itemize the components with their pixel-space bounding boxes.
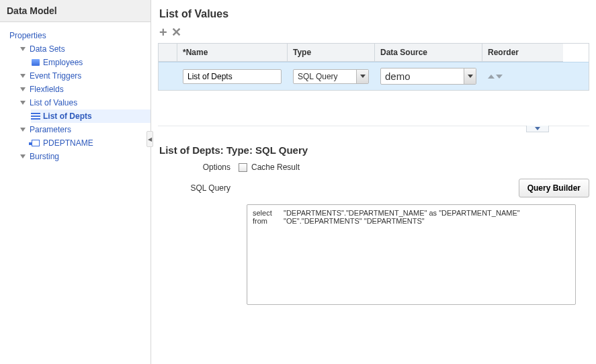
options-label: Options: [158, 163, 239, 172]
td-reorder: [482, 62, 563, 90]
cache-result-label: Cache Result: [251, 163, 300, 172]
main-panel: List of Values + ✕ *Name Type Data Sourc…: [151, 0, 596, 364]
event-triggers-link[interactable]: Event Triggers: [30, 71, 81, 81]
td-type: SQL Query: [288, 62, 375, 90]
parameters-link[interactable]: Parameters: [30, 125, 71, 134]
bursting-link[interactable]: Bursting: [30, 152, 59, 161]
tree-item-data-sets[interactable]: Data Sets: [20, 42, 151, 56]
reorder-down-icon[interactable]: [496, 75, 503, 79]
sql-query-row: SQL Query Query Builder: [158, 179, 589, 197]
caret-down-icon[interactable]: [20, 101, 26, 105]
tree-item-bursting[interactable]: Bursting: [20, 150, 151, 163]
th-name: *Name: [177, 44, 288, 62]
query-builder-button[interactable]: Query Builder: [519, 179, 589, 197]
tree-item-list-of-values[interactable]: List of Values: [20, 96, 151, 109]
tree-item-list-of-depts[interactable]: List of Depts: [31, 109, 151, 123]
caret-down-icon[interactable]: [20, 154, 26, 158]
tree-item-pdeptname[interactable]: PDEPTNAME: [31, 136, 151, 150]
collapse-sidebar-handle[interactable]: [146, 131, 153, 147]
tree-item-properties[interactable]: Properties: [9, 29, 151, 42]
tree-item-employees[interactable]: Employees: [31, 56, 151, 69]
tree-item-flexfields[interactable]: Flexfields: [20, 83, 151, 96]
th-blank: [159, 44, 177, 62]
flexfields-link[interactable]: Flexfields: [30, 85, 64, 94]
list-of-values-link[interactable]: List of Values: [30, 98, 77, 107]
reorder-controls[interactable]: [488, 75, 503, 79]
sql-select-body: "DEPARTMENTS"."DEPARTMENT_NAME" as "DEPA…: [284, 209, 520, 217]
data-source-select-value: demo: [381, 69, 464, 84]
list-icon: [31, 113, 40, 120]
type-select[interactable]: SQL Query: [293, 69, 369, 84]
sql-kw-select: select: [253, 209, 284, 217]
page-title: List of Values: [158, 0, 589, 24]
tree-item-event-triggers[interactable]: Event Triggers: [20, 69, 151, 83]
th-type: Type: [288, 44, 375, 62]
td-data-source: demo: [375, 62, 482, 90]
collapse-detail-handle[interactable]: [526, 126, 549, 132]
parameter-icon: [31, 140, 40, 146]
th-data-source: Data Source: [375, 44, 482, 62]
type-select-value: SQL Query: [294, 70, 356, 83]
tree-item-parameters[interactable]: Parameters: [20, 123, 151, 136]
detail-title: List of Depts: Type: SQL Query: [158, 132, 589, 163]
table-row[interactable]: SQL Query demo: [159, 62, 589, 90]
sql-query-label: SQL Query: [158, 183, 239, 193]
caret-down-icon[interactable]: [20, 87, 26, 91]
reorder-up-icon[interactable]: [488, 75, 495, 79]
name-input[interactable]: [183, 69, 282, 84]
sidebar: Data Model Properties Data Sets Employee…: [0, 0, 151, 364]
caret-down-icon[interactable]: [20, 128, 26, 132]
td-spacer: [159, 62, 177, 90]
toolbar: + ✕: [158, 24, 589, 43]
table-header: *Name Type Data Source Reorder: [159, 44, 589, 62]
delete-icon[interactable]: ✕: [171, 26, 181, 38]
td-name: [177, 62, 288, 90]
dropdown-icon[interactable]: [356, 70, 368, 83]
lov-table: *Name Type Data Source Reorder SQL Query: [158, 43, 589, 91]
options-row: Options Cache Result: [158, 163, 589, 172]
list-of-depts-link[interactable]: List of Depts: [43, 111, 92, 121]
pane-splitter: [158, 126, 589, 132]
caret-down-icon[interactable]: [20, 74, 26, 78]
sql-kw-from: from: [253, 217, 284, 225]
tree: Properties Data Sets Employees Event Tri…: [0, 22, 151, 163]
properties-link[interactable]: Properties: [9, 31, 46, 40]
sidebar-title: Data Model: [0, 0, 151, 22]
dataset-icon: [31, 59, 40, 66]
data-source-select[interactable]: demo: [380, 68, 476, 85]
th-reorder: Reorder: [482, 44, 563, 62]
data-sets-link[interactable]: Data Sets: [30, 44, 65, 54]
sql-from-body: "OE"."DEPARTMENTS" "DEPARTMENTS": [284, 217, 425, 225]
dropdown-icon[interactable]: [464, 69, 476, 84]
employees-link[interactable]: Employees: [43, 58, 83, 67]
caret-down-icon[interactable]: [20, 47, 26, 51]
pdeptname-link[interactable]: PDEPTNAME: [43, 138, 93, 148]
cache-result-checkbox[interactable]: [239, 163, 247, 172]
add-icon[interactable]: +: [159, 26, 167, 39]
sql-query-textarea[interactable]: select"DEPARTMENTS"."DEPARTMENT_NAME" as…: [247, 204, 576, 305]
